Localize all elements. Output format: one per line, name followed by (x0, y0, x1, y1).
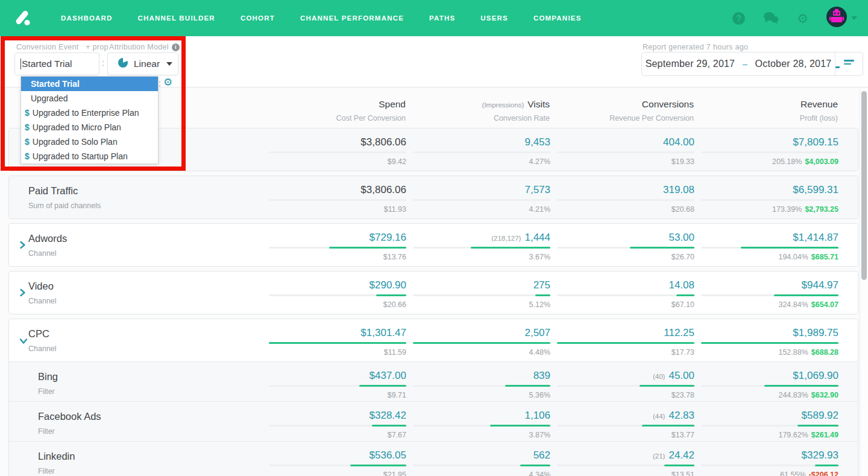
cell-value: $1,301.47 (360, 327, 406, 338)
cell-profit: $2,793.25 (805, 205, 838, 214)
dropdown-item-upgraded-to-startup-plan[interactable]: $Upgraded to Startup Plan (21, 149, 158, 163)
nav-item-channel-builder[interactable]: CHANNEL BUILDER (125, 0, 228, 36)
cell-value-line: 404.00 (557, 136, 694, 148)
cell-bar-fill (557, 342, 694, 344)
table-row-bing[interactable]: BingFilter$437.00$9.718395.36%(40)45.00$… (9, 361, 858, 401)
column-header-label: Conversions (642, 99, 694, 109)
cell-value-line: 1,106 (413, 410, 550, 422)
cell-value: $589.92 (802, 410, 838, 421)
column-header-sublabel: Cost Per Conversion (268, 114, 406, 122)
cell-profit: $685.71 (811, 253, 838, 261)
cell-subvalue: $17.73 (557, 348, 694, 357)
cell-value-line: $329.93 (701, 449, 838, 462)
cell-value: $1,989.75 (793, 327, 838, 338)
cell-subvalue: 61.55%-$206.12 (701, 471, 838, 476)
cell-bar-fill (490, 425, 550, 427)
settings-icon[interactable]: ⚙ (797, 12, 808, 25)
cell-subvalue: $11.93 (269, 205, 406, 214)
table-row-paid-traffic[interactable]: Paid TrafficSum of paid channels$3,806.0… (9, 176, 858, 218)
column-header-label: Visits (527, 99, 550, 109)
help-icon[interactable]: ? (732, 12, 745, 25)
dollar-icon: $ (25, 108, 30, 118)
cell-bar-fill (797, 425, 838, 427)
table-row-facebook-ads[interactable]: Facebook AdsFilter$328.42$7.671,1063.87%… (9, 401, 858, 441)
chevron-right-icon[interactable] (19, 288, 26, 299)
info-icon[interactable]: i (172, 43, 180, 51)
cell-bar-fill (764, 385, 838, 387)
cell-bar-fill (413, 342, 550, 344)
cell-conversions: (40)45.00$23.78 (557, 362, 694, 401)
cell-profit: -$206.12 (809, 471, 838, 476)
table-row-video[interactable]: VideoChannel$290.90$20.662755.12%14.08$6… (9, 271, 858, 314)
scrollbar-thumb[interactable] (861, 91, 867, 280)
cell-annotation: (218,127) (491, 235, 521, 242)
cell-bar-track (701, 247, 838, 249)
row-name-cell: BingFilter (9, 362, 262, 401)
dropdown-item-upgraded-to-enterprise-plan[interactable]: $Upgraded to Enterprise Plan (21, 106, 158, 120)
cell-spend: $3,806.06$9.42 (269, 129, 406, 171)
cell-revenue: $1,989.75152.88%$688.28 (701, 319, 838, 361)
cell-bar-track (557, 465, 694, 466)
dropdown-item-upgraded-to-micro-plan[interactable]: $Upgraded to Micro Plan (21, 120, 158, 135)
date-range-picker[interactable]: September 29, 2017 – October 28, 2017 (641, 52, 863, 76)
table-row-adwords[interactable]: AdwordsChannel$729.16$13.76(218,127)1,44… (9, 224, 858, 266)
cell-subvalue: 152.88%$688.28 (701, 348, 838, 357)
cell-bar-track (701, 425, 838, 427)
cell-subvalue: $19.33 (557, 157, 694, 166)
chevron-down-icon[interactable] (19, 336, 28, 347)
dropdown-item-upgraded-to-solo-plan[interactable]: $Upgraded to Solo Plan (21, 135, 158, 149)
dropdown-item-started-trial[interactable]: Started Trial (21, 77, 158, 91)
cell-value: $329.93 (802, 449, 838, 461)
cell-subvalue: $11.59 (269, 348, 406, 357)
column-header-label: Revenue (800, 99, 838, 109)
cell-subvalue: $26.70 (557, 253, 694, 261)
cell-percent: 173.39% (772, 205, 802, 214)
cell-bar-fill (359, 385, 406, 387)
cell-conversions: 319.08$20.68 (557, 176, 694, 218)
attribution-model-select[interactable]: Linear (107, 52, 178, 75)
pie-chart-icon (118, 57, 128, 71)
cell-subvalue: 324.84%$654.07 (701, 300, 838, 309)
cell-value-line: 9,453 (413, 136, 550, 148)
vertical-scrollbar[interactable] (860, 88, 868, 476)
cell-bar-fill (642, 425, 694, 427)
report-settings-icon[interactable]: ⚙ (163, 76, 172, 89)
attribution-model-value: Linear (134, 59, 160, 69)
dropdown-item-upgraded[interactable]: Upgraded (21, 91, 158, 106)
cell-visits: 2,5074.48% (413, 319, 550, 361)
cell-subvalue: $13.51 (557, 471, 694, 476)
cell-bar-track (413, 294, 550, 296)
cell-value-line: 2,507 (413, 327, 550, 339)
filter-icon[interactable] (835, 52, 863, 75)
cell-bar-fill (774, 294, 838, 296)
user-menu[interactable] (826, 7, 857, 30)
table-card: AdwordsChannel$729.16$13.76(218,127)1,44… (8, 223, 858, 267)
nav-item-companies[interactable]: COMPANIES (521, 0, 594, 36)
cell-value-line: $7,809.15 (701, 136, 838, 148)
cell-value: 2,507 (524, 327, 550, 338)
chevron-right-icon[interactable] (19, 241, 26, 252)
app-logo-icon[interactable] (13, 8, 33, 28)
cell-bar-track (557, 342, 694, 344)
text-cursor (20, 59, 21, 69)
column-header-revenue: RevenueProfit (loss) (700, 99, 838, 128)
cell-value-line: $3,806.06 (269, 184, 406, 196)
nav-item-paths[interactable]: PATHS (417, 0, 468, 36)
chat-icon[interactable] (763, 11, 779, 25)
cell-value: 112.25 (664, 327, 694, 338)
cell-percent: 324.84% (778, 300, 808, 309)
nav-item-users[interactable]: USERS (468, 0, 521, 36)
conversion-event-input[interactable]: Started Trial (14, 52, 99, 75)
table-row-cpc[interactable]: CPCChannel$1,301.47$11.592,5074.48%112.2… (9, 319, 858, 361)
cell-percent: 244.83% (778, 391, 808, 399)
nav-item-channel-performance[interactable]: CHANNEL PERFORMANCE (288, 0, 417, 36)
nav-item-dashboard[interactable]: DASHBOARD (48, 0, 125, 36)
chevron-down-icon (851, 16, 857, 20)
nav-item-cohort[interactable]: COHORT (228, 0, 288, 36)
table-row-linkedin[interactable]: LinkedinFilter$536.05$21.955624.34%(21)2… (9, 441, 858, 476)
cell-subvalue: $13.77 (557, 431, 694, 439)
cell-subvalue: 4.27% (413, 157, 550, 166)
cell-value: 1,444 (524, 232, 550, 243)
add-prop-button[interactable]: + prop (86, 43, 108, 51)
cell-value: 275 (533, 279, 550, 291)
